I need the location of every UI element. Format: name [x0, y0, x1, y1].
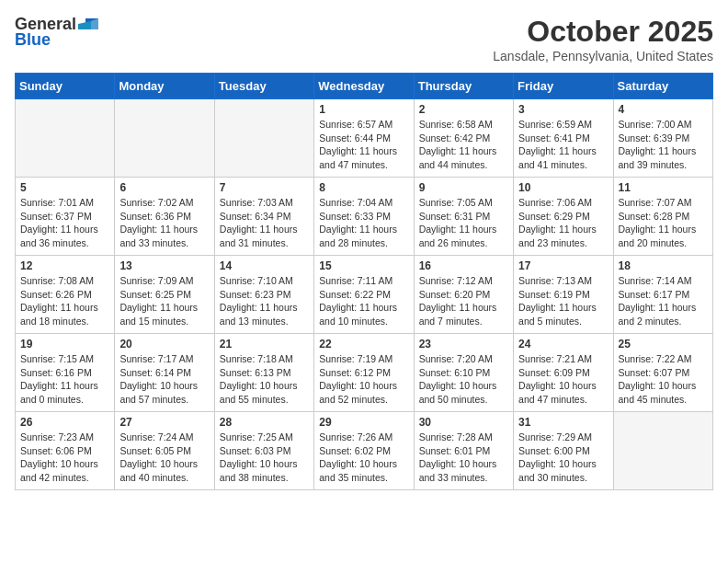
calendar-cell: 17Sunrise: 7:13 AMSunset: 6:19 PMDayligh… — [514, 256, 613, 334]
day-info: Sunrise: 7:09 AMSunset: 6:25 PMDaylight:… — [119, 274, 209, 328]
calendar-cell: 6Sunrise: 7:02 AMSunset: 6:36 PMDaylight… — [115, 178, 214, 256]
day-number: 15 — [319, 259, 408, 272]
calendar-cell: 28Sunrise: 7:25 AMSunset: 6:03 PMDayligh… — [214, 412, 313, 490]
calendar-cell: 1Sunrise: 6:57 AMSunset: 6:44 PMDaylight… — [314, 99, 414, 178]
calendar-cell: 12Sunrise: 7:08 AMSunset: 6:26 PMDayligh… — [16, 256, 115, 334]
day-number: 23 — [419, 338, 508, 350]
day-header-saturday: Saturday — [613, 74, 712, 99]
calendar-cell: 20Sunrise: 7:17 AMSunset: 6:14 PMDayligh… — [115, 334, 214, 412]
day-number: 4 — [619, 103, 708, 116]
day-number: 17 — [518, 259, 608, 272]
calendar-cell: 19Sunrise: 7:15 AMSunset: 6:16 PMDayligh… — [16, 334, 115, 412]
day-number: 24 — [518, 338, 608, 350]
calendar-cell — [214, 99, 313, 178]
day-info: Sunrise: 7:14 AMSunset: 6:17 PMDaylight:… — [619, 274, 708, 328]
day-number: 31 — [518, 416, 608, 429]
logo: General Blue — [15, 15, 98, 50]
day-info: Sunrise: 7:06 AMSunset: 6:29 PMDaylight:… — [518, 196, 608, 250]
day-info: Sunrise: 7:17 AMSunset: 6:14 PMDaylight:… — [119, 352, 209, 407]
week-row-2: 12Sunrise: 7:08 AMSunset: 6:26 PMDayligh… — [16, 256, 713, 334]
day-number: 25 — [619, 338, 708, 350]
page-header: General Blue October 2025 Lansdale, Penn… — [15, 15, 713, 63]
day-number: 1 — [319, 103, 408, 116]
svg-marker-2 — [78, 21, 91, 29]
calendar-cell: 18Sunrise: 7:14 AMSunset: 6:17 PMDayligh… — [613, 256, 712, 334]
day-number: 20 — [119, 338, 209, 350]
day-header-friday: Friday — [514, 74, 613, 99]
day-info: Sunrise: 7:20 AMSunset: 6:10 PMDaylight:… — [419, 352, 508, 407]
calendar-cell: 24Sunrise: 7:21 AMSunset: 6:09 PMDayligh… — [514, 334, 613, 412]
calendar-cell: 25Sunrise: 7:22 AMSunset: 6:07 PMDayligh… — [613, 334, 712, 412]
day-number: 28 — [220, 416, 309, 429]
day-info: Sunrise: 7:11 AMSunset: 6:22 PMDaylight:… — [319, 274, 408, 328]
day-number: 29 — [319, 416, 408, 429]
day-number: 2 — [419, 103, 508, 116]
day-info: Sunrise: 6:57 AMSunset: 6:44 PMDaylight:… — [319, 118, 408, 172]
calendar-cell: 8Sunrise: 7:04 AMSunset: 6:33 PMDaylight… — [314, 178, 414, 256]
day-number: 19 — [20, 338, 109, 350]
day-number: 16 — [419, 259, 508, 272]
day-info: Sunrise: 7:00 AMSunset: 6:39 PMDaylight:… — [619, 118, 708, 172]
day-info: Sunrise: 7:15 AMSunset: 6:16 PMDaylight:… — [20, 352, 109, 407]
day-number: 3 — [518, 103, 608, 116]
calendar-cell — [16, 99, 115, 178]
day-info: Sunrise: 7:04 AMSunset: 6:33 PMDaylight:… — [319, 196, 408, 250]
calendar-cell: 11Sunrise: 7:07 AMSunset: 6:28 PMDayligh… — [613, 178, 712, 256]
calendar-cell: 23Sunrise: 7:20 AMSunset: 6:10 PMDayligh… — [414, 334, 513, 412]
day-number: 11 — [619, 181, 708, 194]
calendar-cell: 5Sunrise: 7:01 AMSunset: 6:37 PMDaylight… — [16, 178, 115, 256]
day-number: 30 — [419, 416, 508, 429]
calendar-cell: 16Sunrise: 7:12 AMSunset: 6:20 PMDayligh… — [414, 256, 513, 334]
day-header-sunday: Sunday — [16, 74, 115, 99]
day-number: 6 — [119, 181, 209, 194]
day-info: Sunrise: 7:28 AMSunset: 6:01 PMDaylight:… — [419, 431, 508, 485]
day-number: 10 — [518, 181, 608, 194]
calendar-header-row: SundayMondayTuesdayWednesdayThursdayFrid… — [16, 74, 713, 99]
day-number: 27 — [119, 416, 209, 429]
day-info: Sunrise: 7:22 AMSunset: 6:07 PMDaylight:… — [619, 352, 708, 407]
day-number: 18 — [619, 259, 708, 272]
day-number: 22 — [319, 338, 408, 350]
calendar-cell: 26Sunrise: 7:23 AMSunset: 6:06 PMDayligh… — [16, 412, 115, 490]
day-number: 21 — [220, 338, 309, 350]
day-info: Sunrise: 7:03 AMSunset: 6:34 PMDaylight:… — [220, 196, 309, 250]
day-info: Sunrise: 7:24 AMSunset: 6:05 PMDaylight:… — [119, 431, 209, 485]
day-info: Sunrise: 7:29 AMSunset: 6:00 PMDaylight:… — [518, 431, 608, 485]
day-info: Sunrise: 7:13 AMSunset: 6:19 PMDaylight:… — [518, 274, 608, 328]
month-title: October 2025 — [493, 15, 713, 49]
day-info: Sunrise: 7:07 AMSunset: 6:28 PMDaylight:… — [619, 196, 708, 250]
logo-icon — [78, 17, 98, 33]
calendar-cell: 2Sunrise: 6:58 AMSunset: 6:42 PMDaylight… — [414, 99, 513, 178]
day-info: Sunrise: 7:08 AMSunset: 6:26 PMDaylight:… — [20, 274, 109, 328]
location: Lansdale, Pennsylvania, United States — [493, 49, 713, 63]
title-area: October 2025 Lansdale, Pennsylvania, Uni… — [493, 15, 713, 63]
day-info: Sunrise: 7:25 AMSunset: 6:03 PMDaylight:… — [220, 431, 309, 485]
day-info: Sunrise: 7:05 AMSunset: 6:31 PMDaylight:… — [419, 196, 508, 250]
calendar-cell: 13Sunrise: 7:09 AMSunset: 6:25 PMDayligh… — [115, 256, 214, 334]
calendar-cell: 15Sunrise: 7:11 AMSunset: 6:22 PMDayligh… — [314, 256, 414, 334]
day-number: 7 — [220, 181, 309, 194]
calendar-cell: 3Sunrise: 6:59 AMSunset: 6:41 PMDaylight… — [514, 99, 613, 178]
day-number: 8 — [319, 181, 408, 194]
day-info: Sunrise: 7:23 AMSunset: 6:06 PMDaylight:… — [20, 431, 109, 485]
day-number: 26 — [20, 416, 109, 429]
calendar-cell: 21Sunrise: 7:18 AMSunset: 6:13 PMDayligh… — [214, 334, 313, 412]
calendar-table: SundayMondayTuesdayWednesdayThursdayFrid… — [15, 73, 713, 490]
calendar-cell: 27Sunrise: 7:24 AMSunset: 6:05 PMDayligh… — [115, 412, 214, 490]
day-number: 5 — [20, 181, 109, 194]
calendar-cell: 10Sunrise: 7:06 AMSunset: 6:29 PMDayligh… — [514, 178, 613, 256]
day-info: Sunrise: 7:10 AMSunset: 6:23 PMDaylight:… — [220, 274, 309, 328]
day-header-tuesday: Tuesday — [214, 74, 313, 99]
day-info: Sunrise: 7:19 AMSunset: 6:12 PMDaylight:… — [319, 352, 408, 407]
day-info: Sunrise: 7:26 AMSunset: 6:02 PMDaylight:… — [319, 431, 408, 485]
calendar-cell: 14Sunrise: 7:10 AMSunset: 6:23 PMDayligh… — [214, 256, 313, 334]
calendar-cell: 30Sunrise: 7:28 AMSunset: 6:01 PMDayligh… — [414, 412, 513, 490]
week-row-3: 19Sunrise: 7:15 AMSunset: 6:16 PMDayligh… — [16, 334, 713, 412]
day-number: 13 — [119, 259, 209, 272]
calendar-cell: 31Sunrise: 7:29 AMSunset: 6:00 PMDayligh… — [514, 412, 613, 490]
calendar-cell: 9Sunrise: 7:05 AMSunset: 6:31 PMDaylight… — [414, 178, 513, 256]
logo-blue-text: Blue — [15, 30, 51, 50]
day-number: 9 — [419, 181, 508, 194]
day-info: Sunrise: 6:58 AMSunset: 6:42 PMDaylight:… — [419, 118, 508, 172]
calendar-cell: 29Sunrise: 7:26 AMSunset: 6:02 PMDayligh… — [314, 412, 414, 490]
